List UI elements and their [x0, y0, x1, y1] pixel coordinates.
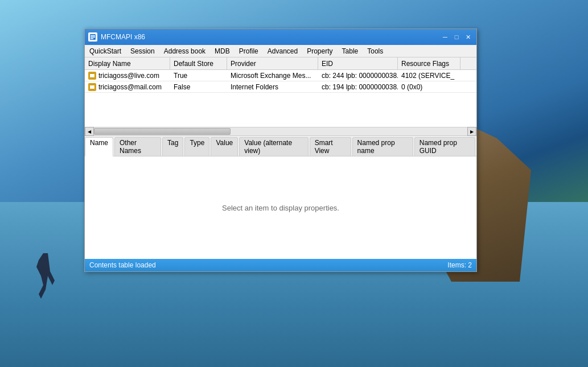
window-title: MFCMAPI x86 — [101, 33, 440, 41]
status-left: Contents table loaded — [89, 261, 156, 269]
row-icon-2 — [88, 83, 96, 91]
menu-advanced[interactable]: Advanced — [263, 45, 302, 57]
cell-eid-2: cb: 194 lpb: 0000000038... — [318, 83, 398, 91]
tab-smart-view[interactable]: Smart View — [310, 137, 351, 156]
tab-tag[interactable]: Tag — [162, 137, 183, 156]
scroll-left-button[interactable]: ◀ — [85, 127, 94, 136]
scroll-track[interactable] — [94, 127, 467, 135]
tab-value-alternate[interactable]: Value (alternate view) — [239, 137, 308, 156]
title-bar: MFCMAPI x86 ─ □ ✕ — [85, 29, 476, 45]
cell-provider-2: Internet Folders — [227, 83, 318, 91]
col-header-eid[interactable]: EID — [318, 57, 398, 69]
menu-mdb[interactable]: MDB — [210, 45, 235, 57]
status-right: Items: 2 — [447, 261, 472, 269]
cell-display-name-1: triciagoss@live.com — [85, 72, 170, 80]
menu-property[interactable]: Property — [302, 45, 337, 57]
menu-table[interactable]: Table — [338, 45, 363, 57]
horizontal-scrollbar[interactable]: ◀ ▶ — [85, 127, 476, 136]
table-header: Display Name Default Store Provider EID … — [85, 57, 476, 70]
col-header-provider[interactable]: Provider — [227, 57, 318, 69]
property-area: Select an item to display properties. — [85, 156, 476, 259]
cell-default-store-2: False — [170, 83, 227, 91]
cell-default-store-1: True — [170, 72, 227, 80]
cell-provider-1: Microsoft Exchange Mes... — [227, 72, 318, 80]
menu-bar: QuickStart Session Address book MDB Prof… — [85, 45, 476, 57]
scroll-thumb[interactable] — [94, 128, 231, 135]
property-placeholder: Select an item to display properties. — [222, 204, 339, 212]
table-body: triciagoss@live.com True Microsoft Excha… — [85, 70, 476, 127]
tab-other-names[interactable]: Other Names — [114, 137, 161, 156]
tab-named-prop-guid[interactable]: Named prop GUID — [414, 137, 475, 156]
tab-value[interactable]: Value — [211, 137, 238, 156]
window-controls: ─ □ ✕ — [440, 32, 473, 42]
scroll-right-button[interactable]: ▶ — [467, 127, 476, 136]
svg-rect-1 — [91, 35, 95, 36]
table-row[interactable]: triciagoss@mail.com False Internet Folde… — [85, 81, 476, 93]
menu-address-book[interactable]: Address book — [159, 45, 210, 57]
menu-tools[interactable]: Tools — [363, 45, 388, 57]
main-window: MFCMAPI x86 ─ □ ✕ QuickStart Session Add… — [84, 28, 477, 272]
property-tabs: Name Other Names Tag Type Value Value (a… — [85, 136, 476, 156]
cell-resource-1: 4102 (SERVICE_ — [398, 72, 460, 80]
menu-quickstart[interactable]: QuickStart — [85, 45, 126, 57]
tab-name[interactable]: Name — [85, 137, 113, 156]
cell-display-name-2: triciagoss@mail.com — [85, 83, 170, 91]
maximize-button[interactable]: □ — [451, 32, 462, 42]
menu-profile[interactable]: Profile — [235, 45, 263, 57]
tab-named-prop-name[interactable]: Named prop name — [352, 137, 413, 156]
row-icon-1 — [88, 72, 96, 80]
minimize-button[interactable]: ─ — [440, 32, 450, 42]
cell-eid-1: cb: 244 lpb: 0000000038... — [318, 72, 398, 80]
svg-rect-2 — [91, 37, 95, 38]
status-bar: Contents table loaded Items: 2 — [85, 259, 476, 271]
svg-rect-3 — [91, 38, 93, 39]
cell-resource-2: 0 (0x0) — [398, 83, 460, 91]
close-button[interactable]: ✕ — [463, 32, 473, 42]
table-row[interactable]: triciagoss@live.com True Microsoft Excha… — [85, 70, 476, 81]
col-header-resource-flags[interactable]: Resource Flags — [398, 57, 460, 69]
app-icon — [88, 32, 97, 42]
col-header-default-store[interactable]: Default Store — [170, 57, 227, 69]
tab-type[interactable]: Type — [184, 137, 209, 156]
col-header-display-name[interactable]: Display Name — [85, 57, 170, 69]
menu-session[interactable]: Session — [126, 45, 159, 57]
